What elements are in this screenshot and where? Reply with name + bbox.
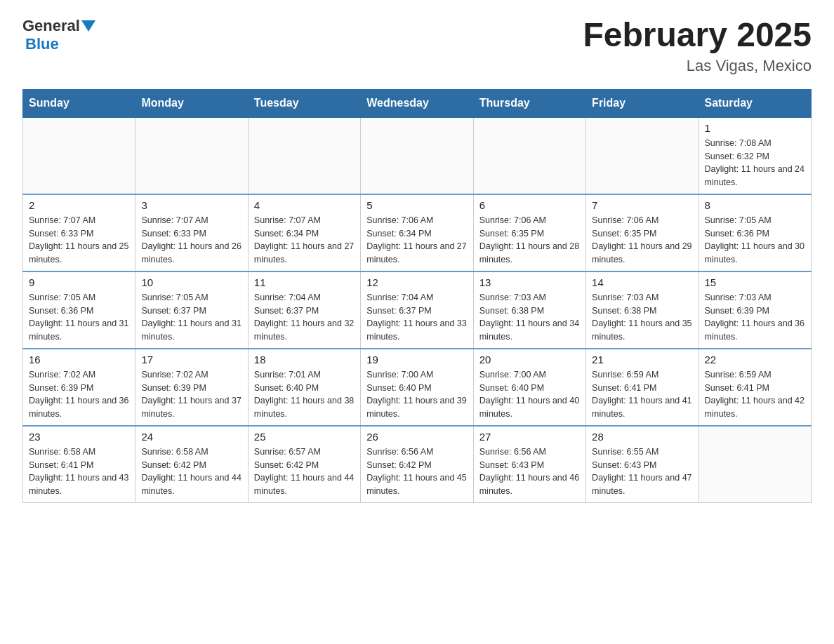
day-number: 10 (141, 276, 241, 288)
day-number: 14 (592, 276, 692, 288)
calendar-cell (361, 117, 473, 194)
day-info: Sunrise: 7:03 AM Sunset: 6:39 PM Dayligh… (705, 291, 805, 344)
calendar-cell: 17Sunrise: 7:02 AM Sunset: 6:39 PM Dayli… (135, 349, 248, 426)
day-number: 2 (29, 199, 129, 211)
day-number: 16 (29, 354, 129, 365)
day-info: Sunrise: 7:07 AM Sunset: 6:33 PM Dayligh… (141, 214, 241, 267)
day-number: 26 (366, 431, 467, 443)
weekday-header-thursday: Thursday (473, 89, 585, 117)
weekday-header-monday: Monday (135, 89, 248, 117)
day-number: 18 (254, 354, 355, 365)
calendar-cell: 23Sunrise: 6:58 AM Sunset: 6:41 PM Dayli… (23, 426, 135, 503)
day-info: Sunrise: 6:58 AM Sunset: 6:41 PM Dayligh… (29, 445, 129, 498)
day-info: Sunrise: 6:56 AM Sunset: 6:43 PM Dayligh… (479, 445, 580, 498)
weekday-header-tuesday: Tuesday (248, 89, 360, 117)
day-info: Sunrise: 7:04 AM Sunset: 6:37 PM Dayligh… (254, 291, 355, 344)
calendar-cell: 18Sunrise: 7:01 AM Sunset: 6:40 PM Dayli… (248, 349, 360, 426)
day-number: 12 (366, 276, 467, 288)
day-info: Sunrise: 7:02 AM Sunset: 6:39 PM Dayligh… (29, 368, 129, 421)
calendar-cell: 9Sunrise: 7:05 AM Sunset: 6:36 PM Daylig… (23, 271, 135, 349)
calendar-cell: 7Sunrise: 7:06 AM Sunset: 6:35 PM Daylig… (586, 194, 699, 271)
day-info: Sunrise: 6:58 AM Sunset: 6:42 PM Dayligh… (141, 445, 241, 498)
calendar-week-3: 9Sunrise: 7:05 AM Sunset: 6:36 PM Daylig… (23, 271, 812, 349)
day-info: Sunrise: 7:05 AM Sunset: 6:37 PM Dayligh… (141, 291, 241, 344)
calendar-week-5: 23Sunrise: 6:58 AM Sunset: 6:41 PM Dayli… (23, 426, 812, 503)
day-number: 13 (479, 276, 580, 288)
day-number: 24 (141, 431, 241, 443)
day-info: Sunrise: 7:02 AM Sunset: 6:39 PM Dayligh… (141, 368, 241, 421)
calendar-cell: 21Sunrise: 6:59 AM Sunset: 6:41 PM Dayli… (586, 349, 699, 426)
logo: General Blue (22, 17, 95, 53)
day-info: Sunrise: 7:06 AM Sunset: 6:35 PM Dayligh… (479, 214, 580, 267)
logo-general-text: General (22, 17, 80, 35)
day-info: Sunrise: 7:01 AM Sunset: 6:40 PM Dayligh… (254, 368, 355, 421)
day-number: 21 (592, 354, 692, 365)
logo-triangle-icon (81, 20, 95, 32)
day-number: 27 (479, 431, 580, 443)
day-info: Sunrise: 7:03 AM Sunset: 6:38 PM Dayligh… (592, 291, 692, 344)
calendar-cell: 15Sunrise: 7:03 AM Sunset: 6:39 PM Dayli… (699, 271, 811, 349)
calendar-header: February 2025 Las Vigas, Mexico (583, 17, 812, 75)
day-number: 11 (254, 276, 355, 288)
calendar-cell: 3Sunrise: 7:07 AM Sunset: 6:33 PM Daylig… (135, 194, 248, 271)
day-info: Sunrise: 7:07 AM Sunset: 6:34 PM Dayligh… (254, 214, 355, 267)
day-info: Sunrise: 7:00 AM Sunset: 6:40 PM Dayligh… (366, 368, 467, 421)
day-number: 5 (366, 199, 467, 211)
day-info: Sunrise: 7:05 AM Sunset: 6:36 PM Dayligh… (705, 214, 805, 267)
day-number: 3 (141, 199, 241, 211)
calendar-cell: 5Sunrise: 7:06 AM Sunset: 6:34 PM Daylig… (361, 194, 473, 271)
calendar-title: February 2025 (583, 17, 812, 54)
calendar-cell (586, 117, 699, 194)
day-number: 4 (254, 199, 355, 211)
calendar-cell: 13Sunrise: 7:03 AM Sunset: 6:38 PM Dayli… (473, 271, 585, 349)
day-info: Sunrise: 7:00 AM Sunset: 6:40 PM Dayligh… (479, 368, 580, 421)
day-number: 20 (479, 354, 580, 365)
calendar-cell: 22Sunrise: 6:59 AM Sunset: 6:41 PM Dayli… (699, 349, 811, 426)
day-info: Sunrise: 7:07 AM Sunset: 6:33 PM Dayligh… (29, 214, 129, 267)
calendar-cell: 20Sunrise: 7:00 AM Sunset: 6:40 PM Dayli… (473, 349, 585, 426)
calendar-header-row: SundayMondayTuesdayWednesdayThursdayFrid… (23, 89, 812, 117)
day-number: 17 (141, 354, 241, 365)
calendar-cell: 6Sunrise: 7:06 AM Sunset: 6:35 PM Daylig… (473, 194, 585, 271)
calendar-cell: 24Sunrise: 6:58 AM Sunset: 6:42 PM Dayli… (135, 426, 248, 503)
day-number: 19 (366, 354, 467, 365)
day-number: 23 (29, 431, 129, 443)
calendar-cell: 16Sunrise: 7:02 AM Sunset: 6:39 PM Dayli… (23, 349, 135, 426)
day-info: Sunrise: 6:59 AM Sunset: 6:41 PM Dayligh… (592, 368, 692, 421)
weekday-header-friday: Friday (586, 89, 699, 117)
day-info: Sunrise: 6:55 AM Sunset: 6:43 PM Dayligh… (592, 445, 692, 498)
day-info: Sunrise: 7:04 AM Sunset: 6:37 PM Dayligh… (366, 291, 467, 344)
day-number: 9 (29, 276, 129, 288)
calendar-week-1: 1Sunrise: 7:08 AM Sunset: 6:32 PM Daylig… (23, 117, 812, 194)
day-number: 6 (479, 199, 580, 211)
calendar-cell (248, 117, 360, 194)
day-number: 15 (705, 276, 805, 288)
calendar-cell: 8Sunrise: 7:05 AM Sunset: 6:36 PM Daylig… (699, 194, 811, 271)
day-info: Sunrise: 7:06 AM Sunset: 6:35 PM Dayligh… (592, 214, 692, 267)
day-number: 22 (705, 354, 805, 365)
page-header: General Blue February 2025 Las Vigas, Me… (22, 17, 812, 75)
day-info: Sunrise: 6:56 AM Sunset: 6:42 PM Dayligh… (366, 445, 467, 498)
calendar-cell: 1Sunrise: 7:08 AM Sunset: 6:32 PM Daylig… (699, 117, 811, 194)
calendar-cell (473, 117, 585, 194)
calendar-cell: 11Sunrise: 7:04 AM Sunset: 6:37 PM Dayli… (248, 271, 360, 349)
calendar-cell: 26Sunrise: 6:56 AM Sunset: 6:42 PM Dayli… (361, 426, 473, 503)
calendar-cell: 12Sunrise: 7:04 AM Sunset: 6:37 PM Dayli… (361, 271, 473, 349)
day-info: Sunrise: 7:03 AM Sunset: 6:38 PM Dayligh… (479, 291, 580, 344)
day-info: Sunrise: 7:05 AM Sunset: 6:36 PM Dayligh… (29, 291, 129, 344)
calendar-cell: 14Sunrise: 7:03 AM Sunset: 6:38 PM Dayli… (586, 271, 699, 349)
calendar-table: SundayMondayTuesdayWednesdayThursdayFrid… (22, 89, 812, 503)
calendar-cell (23, 117, 135, 194)
day-info: Sunrise: 6:59 AM Sunset: 6:41 PM Dayligh… (705, 368, 805, 421)
calendar-cell (135, 117, 248, 194)
weekday-header-wednesday: Wednesday (361, 89, 473, 117)
day-number: 8 (705, 199, 805, 211)
day-number: 25 (254, 431, 355, 443)
logo-blue-text: Blue (25, 35, 59, 53)
calendar-week-2: 2Sunrise: 7:07 AM Sunset: 6:33 PM Daylig… (23, 194, 812, 271)
calendar-cell: 27Sunrise: 6:56 AM Sunset: 6:43 PM Dayli… (473, 426, 585, 503)
day-info: Sunrise: 6:57 AM Sunset: 6:42 PM Dayligh… (254, 445, 355, 498)
calendar-cell: 25Sunrise: 6:57 AM Sunset: 6:42 PM Dayli… (248, 426, 360, 503)
calendar-cell: 2Sunrise: 7:07 AM Sunset: 6:33 PM Daylig… (23, 194, 135, 271)
day-info: Sunrise: 7:08 AM Sunset: 6:32 PM Dayligh… (705, 137, 805, 189)
